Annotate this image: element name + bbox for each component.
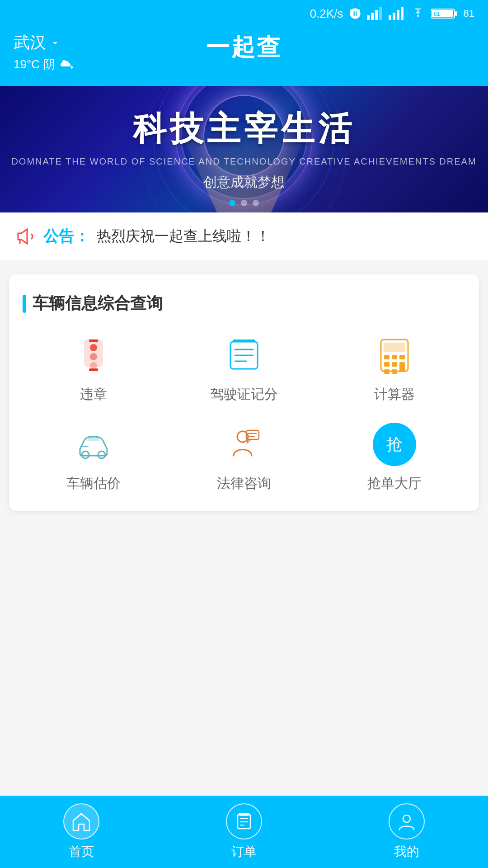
banner-dots — [229, 200, 259, 206]
signal1-icon — [367, 7, 383, 20]
service-item-car-value[interactable]: 车辆估价 — [23, 422, 164, 493]
svg-point-45 — [403, 815, 410, 822]
svg-rect-9 — [455, 11, 457, 16]
car-value-label: 车辆估价 — [66, 474, 121, 493]
signal2-icon — [389, 7, 405, 20]
svg-point-12 — [90, 344, 97, 351]
svg-rect-34 — [81, 446, 89, 447]
svg-rect-30 — [384, 369, 389, 374]
city-name: 武汉 — [14, 32, 46, 54]
battery-icon: 81 — [431, 7, 458, 20]
tab-mine-label: 我的 — [394, 843, 419, 860]
service-item-grab[interactable]: 抢 抢单大厅 — [324, 422, 465, 493]
card-title: 车辆信息综合查询 — [23, 292, 465, 315]
order-icon — [226, 803, 262, 840]
svg-rect-27 — [384, 362, 389, 367]
status-icons: 0.2K/s 81 81 — [310, 7, 474, 21]
tab-home[interactable]: 首页 — [63, 803, 99, 860]
weather-info: 19°C 阴 — [14, 57, 75, 72]
svg-rect-1 — [371, 13, 374, 20]
location-city[interactable]: 武汉 — [14, 32, 75, 54]
card-title-text: 车辆信息综合查询 — [33, 292, 163, 315]
banner-subtitle-en: DOMNATE THE WORLD OF SCIENCE AND TECHNOL… — [11, 156, 476, 167]
dot-2 — [241, 200, 247, 206]
announce-text: 热烈庆祝一起查上线啦！！ — [97, 226, 270, 246]
svg-rect-25 — [392, 355, 397, 359]
calculator-icon — [372, 333, 417, 378]
announcement-bar: 公告： 热烈庆祝一起查上线啦！！ — [0, 212, 488, 261]
main-content: 科技主宰生活 DOMNATE THE WORLD OF SCIENCE AND … — [0, 86, 488, 606]
svg-rect-16 — [89, 368, 98, 371]
dot-1 — [229, 200, 235, 206]
car-icon — [71, 422, 116, 467]
network-speed: 0.2K/s — [310, 7, 343, 21]
svg-rect-21 — [233, 340, 255, 342]
svg-rect-3 — [379, 7, 382, 20]
banner-title: 科技主宰生活 — [133, 107, 355, 152]
home-icon — [63, 803, 99, 840]
license-label: 驾驶证记分 — [210, 385, 278, 404]
vehicle-card: 车辆信息综合查询 违章 — [9, 274, 479, 511]
banner[interactable]: 科技主宰生活 DOMNATE THE WORLD OF SCIENCE AND … — [0, 86, 488, 212]
legal-icon — [221, 422, 267, 467]
title-bar-decoration — [23, 295, 26, 313]
service-item-calculator[interactable]: 计算器 — [324, 333, 465, 404]
svg-rect-31 — [392, 369, 397, 374]
grab-label: 抢单大厅 — [367, 474, 422, 493]
svg-rect-6 — [397, 10, 399, 20]
battery-text: 81 — [434, 11, 440, 17]
wifi-icon — [410, 7, 426, 20]
svg-rect-5 — [393, 13, 395, 20]
dot-3 — [253, 200, 259, 206]
license-icon — [221, 333, 267, 378]
chevron-down-icon — [50, 38, 61, 48]
location-info: 武汉 19°C 阴 — [14, 32, 75, 72]
svg-point-13 — [90, 353, 97, 360]
alarm-icon — [349, 7, 361, 20]
svg-rect-44 — [239, 813, 249, 816]
cloud-icon — [59, 58, 75, 71]
tab-home-label: 首页 — [69, 843, 94, 860]
svg-text:抢: 抢 — [386, 435, 403, 453]
tab-order[interactable]: 订单 — [226, 803, 262, 860]
megaphone-icon — [14, 225, 36, 248]
service-grid: 违章 驾驶证记分 — [23, 333, 465, 493]
weather-condition: 阴 — [43, 57, 55, 72]
violation-label: 违章 — [80, 385, 107, 404]
battery-pct: 81 — [464, 8, 474, 19]
temperature: 19°C — [14, 57, 40, 71]
tab-mine[interactable]: 我的 — [389, 803, 425, 860]
svg-rect-28 — [392, 362, 397, 367]
announce-label: 公告： — [43, 226, 89, 247]
app-title: 一起查 — [206, 32, 282, 63]
calculator-label: 计算器 — [374, 385, 415, 404]
svg-rect-15 — [89, 340, 98, 342]
svg-rect-4 — [389, 15, 391, 20]
service-item-license[interactable]: 驾驶证记分 — [173, 333, 314, 404]
svg-point-33 — [98, 451, 105, 458]
banner-subtitle-cn: 创意成就梦想 — [203, 173, 285, 192]
tab-order-label: 订单 — [231, 843, 257, 860]
svg-rect-0 — [367, 15, 370, 20]
legal-label: 法律咨询 — [217, 474, 271, 493]
service-item-legal[interactable]: 法律咨询 — [173, 422, 314, 493]
svg-rect-29 — [399, 362, 405, 372]
svg-point-14 — [90, 362, 97, 369]
svg-rect-7 — [401, 7, 404, 20]
svg-point-32 — [82, 451, 89, 458]
status-bar: 0.2K/s 81 81 — [0, 0, 488, 27]
violation-icon — [71, 333, 116, 378]
grab-icon: 抢 — [372, 422, 417, 467]
svg-rect-26 — [399, 355, 405, 359]
svg-rect-2 — [375, 10, 378, 20]
service-item-violation[interactable]: 违章 — [23, 333, 164, 404]
tab-bar: 首页 订单 我的 — [0, 796, 488, 868]
mine-icon — [389, 803, 425, 840]
svg-rect-23 — [384, 343, 405, 351]
header: 武汉 19°C 阴 一起查 — [0, 27, 488, 86]
svg-rect-24 — [384, 355, 389, 359]
